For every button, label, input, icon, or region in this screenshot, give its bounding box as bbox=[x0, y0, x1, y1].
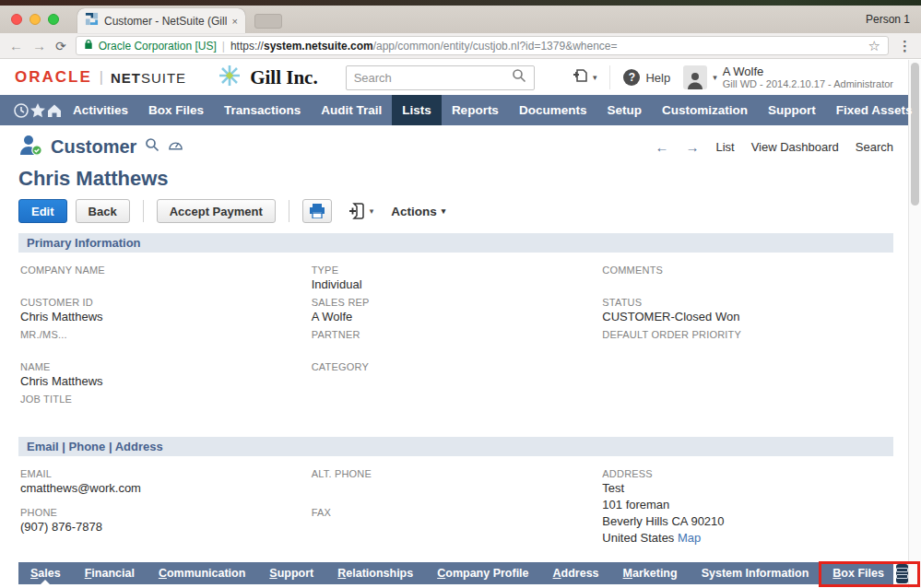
new-tab-button[interactable] bbox=[254, 14, 282, 29]
browser-tab[interactable]: Customer - NetSuite (Gill WD × bbox=[77, 8, 245, 33]
company-brand: Gill Inc. bbox=[218, 64, 318, 91]
lock-icon bbox=[84, 39, 93, 53]
nav-item-audit-trail[interactable]: Audit Trail bbox=[311, 95, 392, 125]
nav-item-reports[interactable]: Reports bbox=[442, 95, 509, 125]
back-button[interactable]: Back bbox=[76, 199, 130, 223]
nav-item-lists[interactable]: Lists bbox=[392, 95, 442, 125]
section-header-email-phone-address[interactable]: Email | Phone | Address bbox=[18, 437, 893, 456]
field-name: NAME Chris Matthews bbox=[20, 361, 312, 394]
field-company-name: COMPANY NAME bbox=[20, 265, 312, 297]
netsuite-page: ORACLE | NETSUITE Gill Inc. Search bbox=[0, 60, 908, 588]
subtab-address[interactable]: Address bbox=[541, 562, 611, 584]
subtab-box-files[interactable]: Box Files bbox=[821, 562, 896, 584]
next-record-icon[interactable]: → bbox=[685, 139, 699, 155]
url-scheme: https:// bbox=[230, 40, 264, 53]
search-link[interactable]: Search bbox=[856, 140, 893, 154]
subtab-financial[interactable]: Financial bbox=[73, 562, 147, 584]
browser-menu-icon[interactable]: ⋮ bbox=[898, 38, 912, 54]
quick-create-button[interactable]: ▾ bbox=[571, 68, 597, 87]
nav-item-support[interactable]: Support bbox=[758, 95, 826, 125]
netsuite-logo: NETSUITE bbox=[111, 70, 186, 86]
help-button[interactable]: ? Help bbox=[623, 69, 670, 86]
help-icon: ? bbox=[623, 69, 640, 86]
url-path: /app/common/entity/custjob.nl?id=1379&wh… bbox=[373, 40, 618, 53]
record-page: Customer ← → List View Dashboard Search bbox=[0, 125, 908, 588]
subtab-view-toggle-icon[interactable] bbox=[896, 564, 908, 583]
map-link[interactable]: Map bbox=[678, 531, 701, 545]
dashboard-gauge-icon[interactable] bbox=[168, 138, 183, 155]
browser-toolbar: ← → ⟳ Oracle Corporation [US] | https://… bbox=[0, 33, 921, 59]
list-link[interactable]: List bbox=[715, 140, 734, 154]
previous-record-icon[interactable]: ← bbox=[655, 139, 668, 155]
divider bbox=[143, 200, 144, 222]
record-subtabs: Sales Financial Communication Support Re… bbox=[18, 562, 893, 584]
view-dashboard-link[interactable]: View Dashboard bbox=[751, 140, 839, 154]
netsuite-favicon bbox=[85, 12, 99, 29]
minimize-window-button[interactable] bbox=[30, 14, 41, 25]
nav-item-setup[interactable]: Setup bbox=[596, 95, 652, 125]
divider bbox=[609, 65, 610, 89]
browser-forward-icon[interactable]: → bbox=[32, 39, 46, 53]
accept-payment-button[interactable]: Accept Payment bbox=[157, 199, 276, 223]
nav-item-customization[interactable]: Customization bbox=[652, 95, 758, 125]
nav-item-transactions[interactable]: Transactions bbox=[214, 95, 311, 125]
field-address: ADDRESS Test 101 foreman Beverly Hills C… bbox=[602, 468, 893, 546]
field-default-order-priority: DEFAULT ORDER PRIORITY bbox=[602, 329, 893, 361]
global-search[interactable]: Search bbox=[346, 65, 535, 90]
chevron-down-icon: ▾ bbox=[370, 206, 374, 216]
zoom-window-button[interactable] bbox=[48, 14, 59, 25]
subtab-system-information[interactable]: System Information bbox=[690, 562, 821, 584]
customer-icon bbox=[18, 133, 42, 160]
oracle-logo: ORACLE bbox=[15, 68, 92, 87]
subtab-sales[interactable]: Sales bbox=[18, 562, 73, 584]
field-email: EMAIL cmatthews@work.com bbox=[20, 468, 312, 507]
print-button[interactable] bbox=[302, 199, 332, 223]
nav-item-box-files[interactable]: Box Files bbox=[138, 95, 214, 125]
attach-record-button[interactable]: ▾ bbox=[348, 202, 374, 220]
record-name: Chris Matthews bbox=[18, 167, 893, 191]
subtab-support[interactable]: Support bbox=[257, 562, 325, 584]
nav-item-documents[interactable]: Documents bbox=[509, 95, 597, 125]
browser-reload-icon[interactable]: ⟳ bbox=[55, 40, 66, 53]
recent-records-icon[interactable] bbox=[13, 102, 30, 119]
field-customer-id: CUSTOMER ID Chris Matthews bbox=[20, 297, 312, 329]
actions-menu-button[interactable]: Actions ▾ bbox=[391, 205, 445, 218]
scrollbar[interactable] bbox=[908, 60, 921, 588]
field-category: CATEGORY bbox=[312, 361, 603, 394]
browser-profile-label[interactable]: Person 1 bbox=[866, 13, 910, 26]
field-fax: FAX bbox=[312, 507, 603, 546]
gill-logo-icon bbox=[218, 64, 242, 91]
subtab-company-profile[interactable]: Company Profile bbox=[425, 562, 540, 584]
main-nav: Activities Box Files Transactions Audit … bbox=[0, 95, 908, 125]
close-window-button[interactable] bbox=[11, 14, 22, 25]
shortcuts-star-icon[interactable] bbox=[30, 102, 46, 119]
field-status: STATUS CUSTOMER-Closed Won bbox=[602, 297, 893, 329]
chevron-down-icon: ▾ bbox=[593, 73, 597, 82]
address-bar[interactable]: Oracle Corporation [US] | https://system… bbox=[76, 36, 889, 55]
section-header-primary-information[interactable]: Primary Information bbox=[18, 233, 893, 253]
user-menu[interactable]: ▾ A Wolfe Gill WD - 2014.2.10.17 - Admin… bbox=[683, 65, 893, 91]
field-alt-phone: ALT. PHONE bbox=[312, 468, 603, 507]
edit-button[interactable]: Edit bbox=[18, 199, 67, 223]
divider bbox=[289, 200, 289, 222]
browser-tab-strip: Customer - NetSuite (Gill WD × Person 1 bbox=[0, 6, 921, 33]
subtab-marketing[interactable]: Marketing bbox=[611, 562, 690, 584]
subtab-communication[interactable]: Communication bbox=[147, 562, 257, 584]
record-header-row: Customer ← → List View Dashboard Search bbox=[18, 133, 893, 160]
contact-fields: EMAIL cmatthews@work.com ALT. PHONE ADDR… bbox=[18, 456, 893, 547]
nav-item-fixed-assets[interactable]: Fixed Assets bbox=[826, 95, 921, 125]
field-sales-rep: SALES REP A Wolfe bbox=[312, 297, 603, 329]
bookmark-star-icon[interactable]: ☆ bbox=[868, 38, 880, 54]
browser-back-icon[interactable]: ← bbox=[9, 39, 23, 53]
record-search-icon[interactable] bbox=[145, 137, 159, 156]
subtab-relationships[interactable]: Relationships bbox=[325, 562, 425, 584]
record-type-title: Customer bbox=[51, 136, 136, 158]
home-icon[interactable] bbox=[46, 102, 63, 119]
scrollbar-thumb[interactable] bbox=[911, 63, 919, 206]
global-search-placeholder: Search bbox=[354, 71, 512, 85]
field-empty bbox=[602, 394, 893, 426]
action-button-row: Edit Back Accept Payment ▾ Actions ▾ bbox=[18, 199, 893, 223]
user-info: A Wolfe Gill WD - 2014.2.10.17 - Adminis… bbox=[723, 65, 893, 91]
tab-close-icon[interactable]: × bbox=[232, 16, 238, 27]
nav-item-activities[interactable]: Activities bbox=[63, 95, 138, 125]
